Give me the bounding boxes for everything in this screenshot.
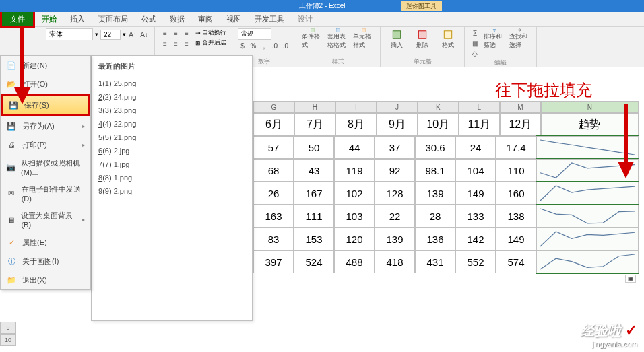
increase-font-icon[interactable]: A↑ bbox=[128, 30, 137, 39]
header-cell[interactable]: 7月 bbox=[294, 113, 335, 136]
tab-design[interactable]: 设计 bbox=[291, 12, 319, 26]
font-name-select[interactable]: 宋体 bbox=[46, 28, 93, 40]
data-cell[interactable]: 431 bbox=[415, 250, 455, 273]
header-cell[interactable]: 11月 bbox=[459, 113, 500, 136]
data-cell[interactable]: 149 bbox=[455, 182, 496, 205]
percent-icon[interactable]: % bbox=[249, 41, 258, 50]
menu-background[interactable]: 🖥设置为桌面背景(B)▸ bbox=[1, 207, 90, 233]
data-cell[interactable]: 110 bbox=[496, 159, 536, 182]
data-cell[interactable]: 160 bbox=[496, 182, 536, 205]
sparkline-cell[interactable] bbox=[536, 250, 639, 273]
column-header[interactable]: L bbox=[459, 101, 500, 113]
data-cell[interactable]: 119 bbox=[334, 159, 375, 182]
align-top-icon[interactable]: ≡ bbox=[160, 28, 170, 38]
data-cell[interactable]: 57 bbox=[253, 136, 294, 159]
menu-scan[interactable]: 📷从扫描仪或照相机(M)... bbox=[1, 154, 90, 180]
find-select-button[interactable]: 查找和选择 bbox=[509, 28, 531, 50]
data-cell[interactable]: 139 bbox=[415, 182, 455, 205]
tab-formula[interactable]: 公式 bbox=[135, 12, 163, 26]
data-cell[interactable]: 139 bbox=[375, 227, 415, 250]
data-cell[interactable]: 24 bbox=[455, 136, 496, 159]
data-cell[interactable]: 153 bbox=[294, 227, 334, 250]
data-cell[interactable]: 136 bbox=[415, 227, 455, 250]
decrease-font-icon[interactable]: A↓ bbox=[139, 30, 149, 39]
align-center-icon[interactable]: ≡ bbox=[171, 39, 181, 48]
tab-view[interactable]: 视图 bbox=[220, 12, 248, 26]
recent-item[interactable]: 4(4) 22.png bbox=[98, 117, 245, 131]
sparkline-cell[interactable] bbox=[536, 227, 639, 250]
recent-item[interactable]: 8(8) 1.png bbox=[98, 171, 245, 184]
data-cell[interactable]: 488 bbox=[334, 250, 375, 273]
header-cell[interactable]: 10月 bbox=[418, 113, 459, 136]
column-header[interactable]: I bbox=[335, 101, 377, 113]
data-cell[interactable]: 142 bbox=[455, 227, 496, 250]
data-cell[interactable]: 43 bbox=[294, 159, 334, 182]
sparkline-options-button[interactable]: ▦ bbox=[625, 275, 636, 283]
column-header[interactable]: J bbox=[377, 101, 418, 113]
merge-button[interactable]: ⊞合并后居 bbox=[195, 38, 226, 47]
data-cell[interactable]: 552 bbox=[455, 250, 496, 273]
data-cell[interactable]: 103 bbox=[334, 205, 375, 227]
tab-layout[interactable]: 页面布局 bbox=[92, 12, 135, 26]
recent-item[interactable]: 5(5) 21.png bbox=[98, 131, 245, 144]
header-cell[interactable]: 9月 bbox=[377, 113, 418, 136]
data-cell[interactable]: 37 bbox=[375, 136, 415, 159]
row-header[interactable]: 10 bbox=[0, 334, 16, 346]
sort-filter-button[interactable]: 排序和筛选 bbox=[484, 28, 505, 50]
data-cell[interactable]: 574 bbox=[496, 250, 536, 273]
file-menu-button[interactable]: 文件 bbox=[0, 10, 35, 28]
recent-item[interactable]: 2(2) 24.png bbox=[98, 90, 245, 104]
data-cell[interactable]: 167 bbox=[294, 182, 334, 205]
header-cell[interactable]: 6月 bbox=[253, 113, 294, 136]
data-cell[interactable]: 68 bbox=[253, 159, 294, 182]
data-cell[interactable]: 22 bbox=[375, 205, 415, 227]
header-cell[interactable]: 8月 bbox=[335, 113, 377, 136]
tab-review[interactable]: 审阅 bbox=[191, 12, 220, 26]
data-cell[interactable]: 98.1 bbox=[415, 159, 455, 182]
decrease-decimal-icon[interactable]: .0 bbox=[281, 41, 290, 50]
wrap-text-button[interactable]: ⇥自动换行 bbox=[195, 28, 226, 37]
align-middle-icon[interactable]: ≡ bbox=[171, 28, 181, 38]
align-left-icon[interactable]: ≡ bbox=[160, 39, 170, 48]
data-cell[interactable]: 102 bbox=[334, 182, 375, 205]
recent-item[interactable]: 7(7) 1.jpg bbox=[98, 157, 245, 171]
menu-exit[interactable]: 📁退出(X) bbox=[1, 271, 90, 289]
font-size-select[interactable]: 22 bbox=[100, 30, 121, 40]
data-cell[interactable]: 120 bbox=[334, 227, 375, 250]
data-cell[interactable]: 17.4 bbox=[496, 136, 536, 159]
data-cell[interactable]: 30.6 bbox=[415, 136, 455, 159]
data-cell[interactable]: 524 bbox=[294, 250, 334, 273]
data-cell[interactable]: 28 bbox=[415, 205, 455, 227]
data-cell[interactable]: 149 bbox=[496, 227, 536, 250]
comma-icon[interactable]: , bbox=[259, 41, 269, 50]
align-right-icon[interactable]: ≡ bbox=[182, 39, 191, 48]
conditional-format-button[interactable]: 条件格式 bbox=[302, 28, 323, 50]
data-cell[interactable]: 111 bbox=[294, 205, 334, 227]
menu-properties[interactable]: ✓属性(E) bbox=[1, 233, 90, 252]
recent-item[interactable]: 1(1) 25.png bbox=[98, 77, 245, 90]
sparkline-cell[interactable] bbox=[536, 205, 639, 227]
menu-email[interactable]: ✉在电子邮件中发送(D) bbox=[1, 180, 90, 207]
currency-icon[interactable]: $ bbox=[238, 41, 247, 50]
tab-data[interactable]: 数据 bbox=[163, 12, 191, 26]
column-header[interactable]: K bbox=[418, 101, 459, 113]
data-cell[interactable]: 83 bbox=[253, 227, 294, 250]
data-cell[interactable]: 128 bbox=[375, 182, 415, 205]
autosum-icon[interactable]: Σ bbox=[470, 28, 480, 38]
data-cell[interactable]: 44 bbox=[334, 136, 375, 159]
cell-style-button[interactable]: 单元格样式 bbox=[353, 28, 375, 50]
menu-saveas[interactable]: 💾另存为(A)▸ bbox=[1, 116, 90, 135]
menu-print[interactable]: 🖨打印(P)▸ bbox=[1, 135, 90, 154]
header-cell[interactable]: 12月 bbox=[500, 113, 541, 136]
data-cell[interactable]: 104 bbox=[455, 159, 496, 182]
data-cell[interactable]: 50 bbox=[294, 136, 334, 159]
data-cell[interactable]: 163 bbox=[253, 205, 294, 227]
data-cell[interactable]: 133 bbox=[455, 205, 496, 227]
delete-cells-button[interactable]: 删除 bbox=[412, 28, 433, 50]
align-bottom-icon[interactable]: ≡ bbox=[182, 28, 191, 38]
tab-start[interactable]: 开始 bbox=[35, 12, 63, 26]
menu-about[interactable]: ⓘ关于画图(I) bbox=[1, 252, 90, 271]
format-cells-button[interactable]: 格式 bbox=[437, 28, 459, 50]
table-format-button[interactable]: 套用表格格式 bbox=[327, 28, 349, 50]
column-header[interactable]: H bbox=[294, 101, 335, 113]
